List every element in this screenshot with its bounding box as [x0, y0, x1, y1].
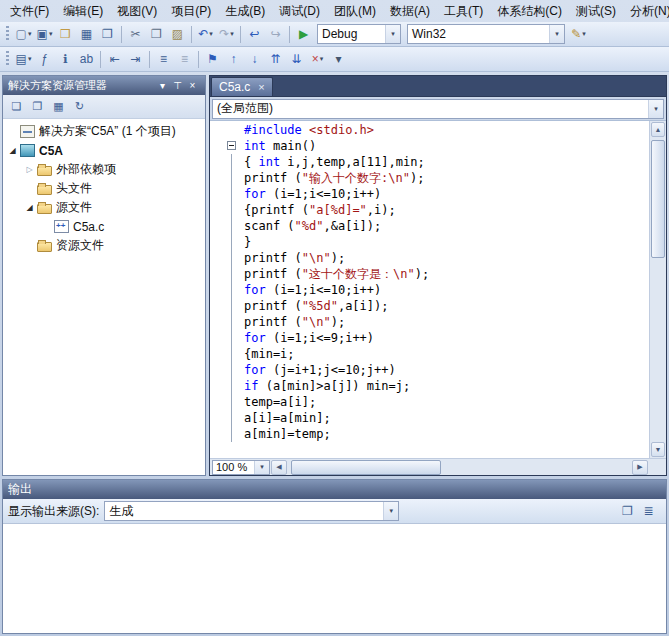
- vertical-scroll-track[interactable]: [651, 138, 665, 441]
- toggle-bookmark-icon[interactable]: ⚑: [202, 49, 223, 70]
- add-item-icon: ▣: [37, 28, 48, 40]
- clear-bookmarks-icon[interactable]: ×▾: [307, 49, 328, 70]
- start-debugging-icon[interactable]: ▶: [293, 24, 314, 45]
- code-token: "\n": [302, 314, 331, 330]
- close-icon[interactable]: ×: [185, 78, 200, 93]
- chevron-down-icon[interactable]: ▾: [254, 461, 269, 474]
- navigate-forward-icon[interactable]: ↪: [265, 24, 286, 45]
- chevron-down-icon[interactable]: ▾: [549, 25, 564, 43]
- menu-item[interactable]: 文件(F): [3, 0, 56, 23]
- code-token: ,i);: [367, 202, 396, 218]
- code-lines[interactable]: #include <stdio.h>int main(){ int i,j,te…: [210, 121, 649, 458]
- tree-item[interactable]: 资源文件: [3, 236, 205, 255]
- toolbar-grip[interactable]: [6, 51, 9, 67]
- previous-bookmark-icon[interactable]: ↑: [223, 49, 244, 70]
- tree-item-label: 源文件: [56, 199, 92, 216]
- dropdown-arrow-icon: ▾: [49, 30, 53, 38]
- quick-info-icon[interactable]: ℹ: [55, 49, 76, 70]
- tab-c5a-c[interactable]: C5a.c ×: [211, 77, 273, 96]
- zoom-combo[interactable]: 100 % ▾: [212, 460, 270, 475]
- menu-item[interactable]: 视图(V): [110, 0, 164, 23]
- scope-combo[interactable]: (全局范围) ▾: [212, 99, 664, 119]
- navigate-backward-icon[interactable]: ↩: [244, 24, 265, 45]
- find-in-files-icon: ✎: [571, 28, 581, 40]
- tree-item[interactable]: 解决方案“C5A” (1 个项目): [3, 122, 205, 141]
- comment-lines-icon[interactable]: ≡: [153, 49, 174, 70]
- code-token: printf (: [244, 298, 302, 314]
- menu-item[interactable]: 调试(D): [272, 0, 327, 23]
- chevron-down-icon[interactable]: ▾: [648, 100, 663, 118]
- menu-item[interactable]: 数据(A): [383, 0, 437, 23]
- scroll-up-icon[interactable]: ▲: [651, 122, 665, 137]
- tree-expander-collapsed-icon[interactable]: ▷: [23, 165, 36, 174]
- display-member-list-icon[interactable]: ▤▾: [13, 49, 34, 70]
- decrease-indent-icon[interactable]: ⇤: [104, 49, 125, 70]
- undo-icon[interactable]: ↶▾: [195, 24, 216, 45]
- chevron-down-icon[interactable]: ▾: [385, 25, 400, 43]
- refresh-icon[interactable]: ↻: [69, 96, 90, 117]
- new-project-icon[interactable]: ▢▾: [13, 24, 34, 45]
- auto-hide-pin-icon[interactable]: ⊤: [170, 78, 185, 93]
- tree-expander-expanded-icon[interactable]: ◢: [6, 146, 19, 155]
- menu-item[interactable]: 工具(T): [437, 0, 490, 23]
- scroll-left-icon[interactable]: ◀: [271, 460, 287, 475]
- previous-bookmark-in-folder-icon[interactable]: ⇈: [265, 49, 286, 70]
- chevron-down-icon[interactable]: ▾: [383, 502, 398, 520]
- output-source-combo[interactable]: 生成 ▾: [104, 501, 399, 521]
- menu-item[interactable]: 测试(S): [569, 0, 623, 23]
- tree-item[interactable]: C5a.c: [3, 217, 205, 236]
- find-in-files-icon[interactable]: ✎▾: [568, 24, 589, 45]
- solution-explorer-header[interactable]: 解决方案资源管理器 ▾⊤×: [3, 76, 205, 95]
- cut-icon[interactable]: ✂: [125, 24, 146, 45]
- dropdown-arrow-icon: ▾: [320, 55, 324, 63]
- horizontal-scroll-thumb[interactable]: [291, 460, 441, 475]
- output-content[interactable]: [3, 524, 666, 633]
- output-header[interactable]: 输出: [3, 480, 666, 499]
- show-all-files-icon[interactable]: ❐: [27, 96, 48, 117]
- close-icon: ×: [190, 81, 196, 91]
- save-all-icon[interactable]: ❐: [97, 24, 118, 45]
- clear-all-icon[interactable]: ≣: [638, 501, 659, 522]
- tree-expander-expanded-icon[interactable]: ◢: [23, 203, 36, 212]
- platform-combo[interactable]: Win32 ▾: [407, 24, 565, 44]
- parameter-info-icon[interactable]: ƒ: [34, 49, 55, 70]
- tab-close-icon[interactable]: ×: [258, 81, 264, 93]
- tree-item[interactable]: ◢源文件: [3, 198, 205, 217]
- tree-item[interactable]: ◢C5A: [3, 141, 205, 160]
- menu-item[interactable]: 团队(M): [327, 0, 383, 23]
- toolbar-grip[interactable]: [6, 26, 9, 42]
- menu-item[interactable]: 编辑(E): [56, 0, 110, 23]
- scroll-right-icon[interactable]: ▶: [632, 460, 648, 475]
- next-bookmark-icon[interactable]: ↓: [244, 49, 265, 70]
- tree-item[interactable]: ▷外部依赖项: [3, 160, 205, 179]
- increase-indent-icon[interactable]: ⇥: [125, 49, 146, 70]
- fold-collapse-icon[interactable]: [227, 141, 236, 150]
- open-file-icon[interactable]: ❒: [55, 24, 76, 45]
- vertical-scrollbar[interactable]: ▲ ▼: [649, 121, 666, 458]
- redo-icon[interactable]: ↷▾: [216, 24, 237, 45]
- menu-item[interactable]: 生成(B): [218, 0, 272, 23]
- add-item-icon[interactable]: ▣▾: [34, 24, 55, 45]
- scroll-down-icon[interactable]: ▼: [651, 442, 665, 457]
- window-position-icon[interactable]: ▾: [155, 78, 170, 93]
- menu-item[interactable]: 分析(N): [623, 0, 669, 23]
- menu-item[interactable]: 体系结构(C): [490, 0, 569, 23]
- toolbar-overflow-icon[interactable]: ▾: [328, 49, 349, 70]
- next-bookmark-in-folder-icon[interactable]: ⇊: [286, 49, 307, 70]
- copy-icon[interactable]: ❐: [146, 24, 167, 45]
- tree-item[interactable]: 头文件: [3, 179, 205, 198]
- debug-configuration-combo[interactable]: Debug ▾: [317, 24, 401, 44]
- word-completion-icon[interactable]: ab: [76, 49, 97, 70]
- view-class-diagram-icon[interactable]: ▦: [48, 96, 69, 117]
- horizontal-scroll-track[interactable]: [289, 460, 630, 475]
- code-token: (i=1;i<=9;i++): [266, 330, 374, 346]
- fold-scope-line: [231, 378, 232, 394]
- find-message-icon[interactable]: ❐: [617, 501, 638, 522]
- save-icon[interactable]: ▦: [76, 24, 97, 45]
- vertical-scroll-thumb[interactable]: [651, 140, 665, 258]
- properties-icon[interactable]: ❏: [6, 96, 27, 117]
- paste-icon[interactable]: ▨: [167, 24, 188, 45]
- menu-item[interactable]: 项目(P): [164, 0, 218, 23]
- code-line: {printf ("a[%d]=",i);: [210, 202, 649, 218]
- uncomment-lines-icon[interactable]: ≡: [174, 49, 195, 70]
